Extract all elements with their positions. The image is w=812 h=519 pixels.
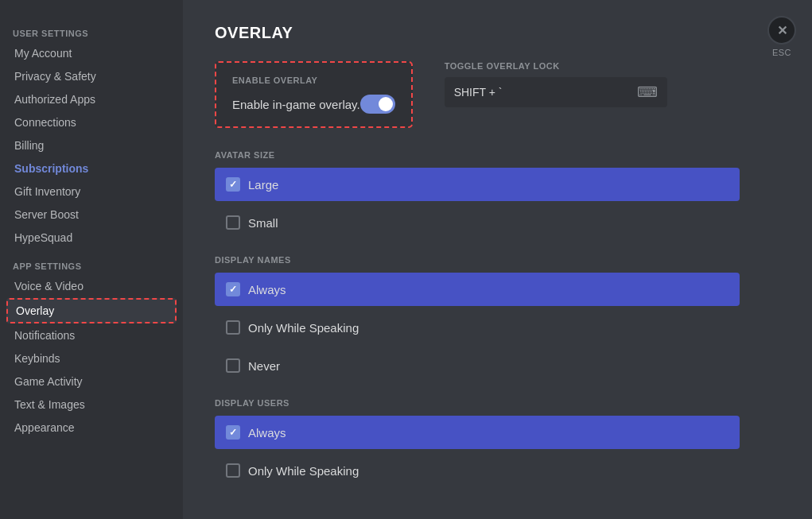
esc-button[interactable]: ✕ ESC xyxy=(767,16,796,57)
app-settings-section-label: APP SETTINGS xyxy=(6,255,177,274)
enable-overlay-label: ENABLE OVERLAY xyxy=(232,76,395,85)
display-names-heading: DISPLAY NAMES xyxy=(215,255,740,265)
enable-overlay-row: Enable in-game overlay. xyxy=(232,95,395,114)
keyboard-icon: ⌨ xyxy=(637,83,658,101)
sidebar-item-game-activity[interactable]: Game Activity xyxy=(6,370,177,393)
sidebar-item-keybinds[interactable]: Keybinds xyxy=(6,347,177,370)
keybind-text: SHIFT + ` xyxy=(454,86,503,99)
avatar-size-small-option[interactable]: Small xyxy=(215,206,740,239)
main-content: ✕ ESC OVERLAY ENABLE OVERLAY Enable in-g… xyxy=(183,0,812,519)
sidebar-item-notifications[interactable]: Notifications xyxy=(6,324,177,347)
display-users-section: DISPLAY USERS Always Only While Speaking xyxy=(215,398,740,487)
sidebar-item-gift-inventory[interactable]: Gift Inventory xyxy=(6,180,177,203)
toggle-lock-label: TOGGLE OVERLAY LOCK xyxy=(445,61,667,71)
display-names-section: DISPLAY NAMES Always Only While Speaking… xyxy=(215,255,740,382)
esc-label: ESC xyxy=(772,48,791,57)
user-settings-section-label: USER SETTINGS xyxy=(6,22,177,41)
sidebar-item-text-images[interactable]: Text & Images xyxy=(6,393,177,416)
display-names-never-checkbox[interactable] xyxy=(226,358,240,373)
display-users-always-checkbox[interactable] xyxy=(226,425,240,440)
display-names-always-option[interactable]: Always xyxy=(215,273,740,306)
display-names-speaking-checkbox[interactable] xyxy=(226,320,240,335)
avatar-size-large-checkbox[interactable] xyxy=(226,177,240,192)
sidebar-item-server-boost[interactable]: Server Boost xyxy=(6,203,177,226)
enable-overlay-toggle[interactable] xyxy=(360,95,395,114)
sidebar: USER SETTINGS My Account Privacy & Safet… xyxy=(0,0,183,519)
display-users-speaking-option[interactable]: Only While Speaking xyxy=(215,454,740,487)
display-users-heading: DISPLAY USERS xyxy=(215,398,740,408)
keybind-row: SHIFT + ` ⌨ xyxy=(445,77,667,107)
display-names-speaking-label: Only While Speaking xyxy=(248,321,359,335)
avatar-size-small-checkbox[interactable] xyxy=(226,215,240,230)
avatar-size-large-option[interactable]: Large xyxy=(215,168,740,201)
sidebar-item-my-account[interactable]: My Account xyxy=(6,42,177,64)
avatar-size-section: AVATAR SIZE Large Small xyxy=(215,150,740,239)
enable-overlay-description: Enable in-game overlay. xyxy=(232,98,360,111)
avatar-size-large-label: Large xyxy=(248,178,278,192)
display-users-always-label: Always xyxy=(248,426,286,440)
sidebar-item-appearance[interactable]: Appearance xyxy=(6,416,177,439)
sidebar-item-hypesquad[interactable]: HypeSquad xyxy=(6,227,177,249)
toggle-lock-section: TOGGLE OVERLAY LOCK SHIFT + ` ⌨ xyxy=(445,61,667,107)
display-names-never-label: Never xyxy=(248,359,280,373)
sidebar-item-authorized-apps[interactable]: Authorized Apps xyxy=(6,88,177,110)
display-users-speaking-label: Only While Speaking xyxy=(248,464,359,478)
display-names-always-label: Always xyxy=(248,283,286,296)
avatar-size-heading: AVATAR SIZE xyxy=(215,150,740,160)
sidebar-item-connections[interactable]: Connections xyxy=(6,111,177,134)
sidebar-item-privacy-safety[interactable]: Privacy & Safety xyxy=(6,65,177,87)
display-users-always-option[interactable]: Always xyxy=(215,416,740,449)
enable-overlay-box: ENABLE OVERLAY Enable in-game overlay. xyxy=(215,61,413,128)
esc-circle-icon: ✕ xyxy=(767,16,796,45)
sidebar-item-subscriptions[interactable]: Subscriptions xyxy=(6,157,177,180)
display-names-never-option[interactable]: Never xyxy=(215,349,740,382)
sidebar-item-voice-video[interactable]: Voice & Video xyxy=(6,275,177,297)
page-title: OVERLAY xyxy=(215,24,780,42)
sidebar-item-overlay[interactable]: Overlay xyxy=(6,298,177,323)
sidebar-item-billing[interactable]: Billing xyxy=(6,134,177,157)
avatar-size-small-label: Small xyxy=(248,216,278,230)
display-names-speaking-option[interactable]: Only While Speaking xyxy=(215,311,740,344)
display-users-speaking-checkbox[interactable] xyxy=(226,463,240,478)
display-names-always-checkbox[interactable] xyxy=(226,282,240,296)
